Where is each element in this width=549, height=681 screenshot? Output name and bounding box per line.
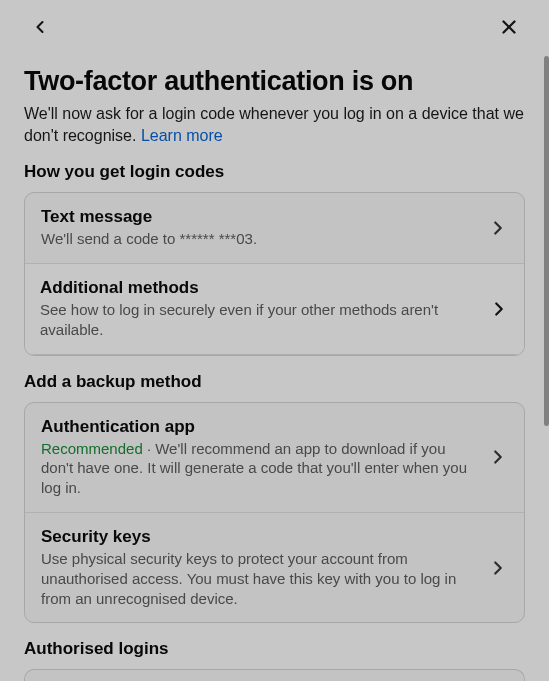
learn-more-link[interactable]: Learn more <box>141 127 223 144</box>
row-text-message-body: Text message We'll send a code to ******… <box>41 207 474 249</box>
row-auth-app-title: Authentication app <box>41 417 474 437</box>
page-subtitle: We'll now ask for a login code whenever … <box>24 103 525 146</box>
chevron-right-icon <box>486 556 510 580</box>
recommended-label: Recommended <box>41 440 143 457</box>
chevron-right-icon <box>486 445 510 469</box>
chevron-right-icon <box>486 216 510 240</box>
close-button[interactable] <box>493 11 525 43</box>
row-security-keys-body: Security keys Use physical security keys… <box>41 527 474 608</box>
row-auth-app[interactable]: Authentication app Recommended · We'll r… <box>25 403 524 512</box>
row-trusted-devices[interactable]: Trusted devices Review a list of devices… <box>25 670 524 681</box>
row-text-message[interactable]: Text message We'll send a code to ******… <box>25 193 524 263</box>
row-text-message-desc: We'll send a code to ****** ***03. <box>41 229 474 249</box>
chevron-left-icon <box>30 17 50 37</box>
row-auth-app-body: Authentication app Recommended · We'll r… <box>41 417 474 498</box>
chevron-right-icon <box>487 297 511 321</box>
row-additional-title: Additional methods <box>40 278 475 298</box>
row-security-keys-desc: Use physical security keys to protect yo… <box>41 549 474 608</box>
top-bar <box>24 0 525 54</box>
section-login-codes: How you get login codes <box>24 162 525 182</box>
page-title: Two-factor authentication is on <box>24 66 525 97</box>
login-codes-card: Text message We'll send a code to ******… <box>24 192 525 355</box>
back-button[interactable] <box>24 11 56 43</box>
row-text-message-title: Text message <box>41 207 474 227</box>
row-additional-body: Additional methods See how to log in sec… <box>40 278 475 340</box>
authorised-card: Trusted devices Review a list of devices… <box>24 669 525 681</box>
row-additional-methods[interactable]: Additional methods See how to log in sec… <box>24 263 525 355</box>
row-additional-desc: See how to log in securely even if your … <box>40 300 475 340</box>
close-icon <box>498 16 520 38</box>
row-security-keys[interactable]: Security keys Use physical security keys… <box>25 512 524 622</box>
section-backup: Add a backup method <box>24 372 525 392</box>
scrollbar-thumb[interactable] <box>544 56 549 426</box>
subtitle-text: We'll now ask for a login code whenever … <box>24 105 524 144</box>
section-authorised: Authorised logins <box>24 639 525 659</box>
row-auth-app-desc: Recommended · We'll recommend an app to … <box>41 439 474 498</box>
backup-card: Authentication app Recommended · We'll r… <box>24 402 525 624</box>
row-security-keys-title: Security keys <box>41 527 474 547</box>
